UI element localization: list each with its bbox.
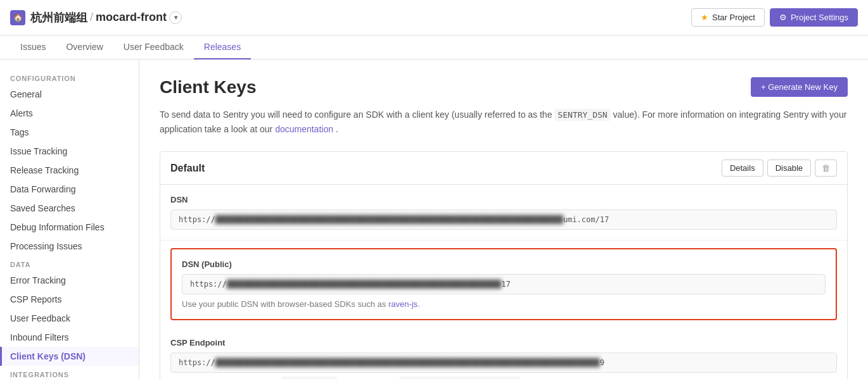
dsn-public-hint-before: Use your public DSN with browser-based S… (182, 299, 386, 309)
sidebar-item-csp-reports[interactable]: CSP Reports (0, 290, 139, 309)
sidebar-item-error-tracking[interactable]: Error Tracking (0, 271, 139, 290)
sidebar-item-tags[interactable]: Tags (0, 123, 139, 142)
project-name: mocard-front (96, 11, 167, 24)
dsn-text-visible: https:// (179, 215, 215, 224)
topbar-right: ★ Star Project ⚙ Project Settings (691, 8, 858, 27)
project-settings-button[interactable]: ⚙ Project Settings (770, 8, 858, 27)
star-icon: ★ (701, 13, 708, 22)
star-button-label: Star Project (712, 13, 755, 22)
star-project-button[interactable]: ★ Star Project (691, 8, 765, 27)
main-content: Client Keys + Generate New Key To send d… (139, 59, 868, 379)
raven-js-link[interactable]: raven-js (388, 299, 418, 309)
dsn-section: DSN https://████████████████████████████… (160, 185, 847, 240)
sidebar-item-client-keys[interactable]: Client Keys (DSN) (0, 347, 139, 366)
sidebar-item-inbound-filters[interactable]: Inbound Filters (0, 328, 139, 347)
topbar: 🏠 杭州前端组 / mocard-front ▾ ★ Star Project … (0, 0, 868, 35)
card-header: Default Details Disable 🗑 (160, 152, 847, 185)
dsn-public-section: DSN (Public) https://███████████████████… (170, 248, 837, 320)
sidebar-item-issue-tracking[interactable]: Issue Tracking (0, 142, 139, 161)
dsn-text-end: umi.com/17 (563, 215, 609, 224)
generate-new-key-button[interactable]: + Generate New Key (751, 77, 848, 97)
sidebar-item-release-tracking[interactable]: Release Tracking (0, 161, 139, 180)
csp-hint-after: header. (522, 378, 549, 379)
dsn-public-blurred: ████████████████████████████████████████… (227, 280, 501, 289)
breadcrumb: 杭州前端组 / mocard-front ▾ (30, 10, 182, 25)
sidebar: CONFIGURATION General Alerts Tags Issue … (0, 59, 139, 379)
csp-blurred: ████████████████████████████████████████… (215, 358, 600, 367)
details-button[interactable]: Details (722, 159, 763, 177)
page-description: To send data to Sentry you will need to … (160, 108, 848, 136)
sidebar-item-processing-issues[interactable]: Processing Issues (0, 237, 139, 256)
tab-releases[interactable]: Releases (194, 35, 251, 59)
topbar-left: 🏠 杭州前端组 / mocard-front ▾ (10, 10, 182, 25)
dsn-public-prefix: https:// (190, 280, 227, 289)
csp-label: CSP Endpoint (170, 338, 837, 347)
csp-value: https://████████████████████████████████… (170, 353, 837, 373)
dsn-public-hint: Use your public DSN with browser-based S… (182, 299, 826, 309)
report-uri-code: report-uri (281, 377, 337, 379)
description-end: . (336, 124, 338, 134)
documentation-link[interactable]: documentation (275, 124, 333, 134)
layout: CONFIGURATION General Alerts Tags Issue … (0, 59, 868, 379)
csp-end: 9 (600, 358, 604, 367)
delete-button[interactable]: 🗑 (815, 159, 837, 177)
sidebar-item-alerts[interactable]: Alerts (0, 104, 139, 123)
card-actions: Details Disable 🗑 (722, 159, 837, 177)
dsn-value: https://████████████████████████████████… (170, 209, 837, 230)
default-key-card: Default Details Disable 🗑 DSN https://██… (160, 151, 848, 379)
csp-section: CSP Endpoint https://███████████████████… (160, 328, 847, 379)
csp-hint-mid: directive in your (340, 378, 397, 379)
gear-icon: ⚙ (779, 13, 787, 22)
csp-policy-code: Content-Security-Policy (399, 377, 520, 379)
nav-tabs: Issues Overview User Feedback Releases (0, 35, 868, 59)
dsn-public-value: https://████████████████████████████████… (182, 274, 826, 294)
disable-button[interactable]: Disable (767, 159, 811, 177)
dsn-blurred: ████████████████████████████████████████… (215, 215, 563, 224)
description-text-1: To send data to Sentry you will need to … (160, 109, 552, 120)
csp-hint-before: Use your CSP endpoint in the (170, 378, 279, 379)
sidebar-item-saved-searches[interactable]: Saved Searches (0, 199, 139, 218)
data-section-label: DATA (0, 256, 139, 271)
page-title: Client Keys (160, 77, 257, 97)
tab-overview[interactable]: Overview (56, 35, 113, 59)
project-dropdown-icon[interactable]: ▾ (169, 11, 182, 24)
tab-user-feedback[interactable]: User Feedback (113, 35, 194, 59)
dsn-public-end: 17 (501, 280, 510, 289)
csp-hint: Use your CSP endpoint in the report-uri … (170, 378, 837, 379)
config-section-label: CONFIGURATION (0, 70, 139, 85)
dsn-label: DSN (170, 195, 837, 204)
integrations-section-label: INTEGRATIONS (0, 366, 139, 379)
sidebar-item-data-forwarding[interactable]: Data Forwarding (0, 180, 139, 199)
breadcrumb-separator: / (90, 11, 93, 24)
settings-button-label: Project Settings (791, 13, 848, 22)
tab-issues[interactable]: Issues (10, 35, 56, 59)
dsn-public-label: DSN (Public) (182, 259, 826, 269)
sidebar-item-user-feedback[interactable]: User Feedback (0, 309, 139, 328)
sentry-dsn-code: SENTRY_DSN (554, 109, 610, 121)
home-icon[interactable]: 🏠 (10, 10, 25, 25)
dsn-public-hint-after: . (418, 299, 420, 309)
card-title: Default (170, 163, 205, 174)
org-name: 杭州前端组 (30, 10, 87, 25)
sidebar-item-debug-info[interactable]: Debug Information Files (0, 218, 139, 237)
sidebar-item-general[interactable]: General (0, 85, 139, 104)
csp-prefix: https:// (179, 358, 215, 367)
page-header: Client Keys + Generate New Key (160, 77, 848, 97)
